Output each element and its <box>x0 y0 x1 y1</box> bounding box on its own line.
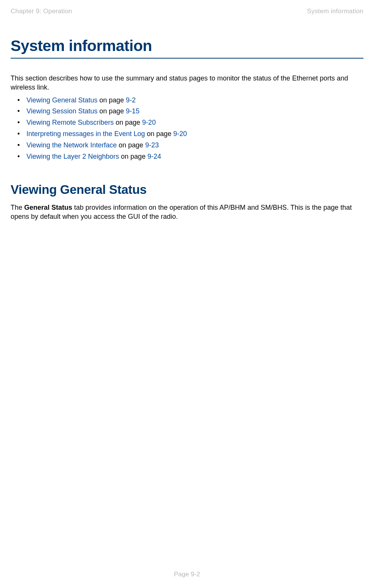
toc-link[interactable]: Viewing Remote Subscribers <box>26 119 114 126</box>
toc-mid: on page <box>114 119 142 126</box>
toc-page[interactable]: 9-15 <box>126 107 140 115</box>
toc-page[interactable]: 9-23 <box>145 141 159 149</box>
page-footer: Page 9-2 <box>0 571 374 578</box>
body-bold: General Status <box>24 204 72 211</box>
toc-item: Viewing the Layer 2 Neighbors on page 9-… <box>17 152 363 162</box>
toc-link[interactable]: Viewing the Network Interface <box>26 141 117 149</box>
page: Chapter 9: Operation System information … <box>0 0 374 588</box>
toc-list: Viewing General Status on page 9-2 Viewi… <box>11 95 363 162</box>
body-paragraph: The General Status tab provides informat… <box>11 203 363 221</box>
header-right: System information <box>307 8 363 15</box>
toc-item: Viewing the Network Interface on page 9-… <box>17 140 363 151</box>
toc-mid: on page <box>119 153 147 160</box>
toc-page[interactable]: 9-2 <box>126 96 136 104</box>
toc-link[interactable]: Viewing the Layer 2 Neighbors <box>26 153 119 160</box>
toc-item: Viewing Session Status on page 9-15 <box>17 106 363 117</box>
page-title-h1: System information <box>11 37 363 59</box>
toc-item: Viewing Remote Subscribers on page 9-20 <box>17 118 363 128</box>
toc-page[interactable]: 9-24 <box>147 153 161 160</box>
toc-mid: on page <box>117 141 145 149</box>
toc-mid: on page <box>98 96 126 104</box>
toc-page[interactable]: 9-20 <box>173 130 187 138</box>
intro-paragraph: This section describes how to use the su… <box>11 74 363 92</box>
toc-mid: on page <box>145 130 173 138</box>
toc-page[interactable]: 9-20 <box>142 119 156 126</box>
header-left: Chapter 9: Operation <box>11 8 72 15</box>
section-title-h2: Viewing General Status <box>11 183 363 197</box>
toc-item: Viewing General Status on page 9-2 <box>17 95 363 106</box>
toc-link[interactable]: Interpreting messages in the Event Log <box>26 130 145 138</box>
running-header: Chapter 9: Operation System information <box>11 8 363 15</box>
toc-link[interactable]: Viewing General Status <box>26 96 98 104</box>
body-lead: The <box>11 204 24 211</box>
toc-item: Interpreting messages in the Event Log o… <box>17 129 363 139</box>
toc-mid: on page <box>98 107 126 115</box>
toc-link[interactable]: Viewing Session Status <box>26 107 98 115</box>
